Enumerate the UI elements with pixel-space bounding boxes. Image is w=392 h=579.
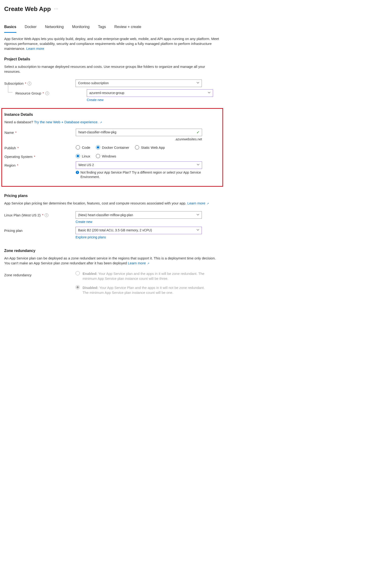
resource-group-value: azureml-resource-group <box>89 91 124 95</box>
subscription-select[interactable]: Contoso subscription <box>75 79 202 87</box>
radio-icon <box>96 145 100 149</box>
valid-check-icon: ✓ <box>196 130 199 135</box>
os-option-linux-label: Linux <box>82 154 90 159</box>
chevron-down-icon <box>196 228 199 233</box>
linux-plan-label-text: Linux Plan (West US 2) <box>4 213 41 217</box>
zone-learn-more-text: Learn more <box>128 261 146 265</box>
chevron-down-icon <box>197 163 199 167</box>
create-new-resource-group-link[interactable]: Create new <box>87 98 104 102</box>
chevron-down-icon <box>196 81 199 86</box>
tab-bar: Basics Docker Networking Monitoring Tags… <box>4 24 220 33</box>
linux-plan-label: Linux Plan (West US 2) * i <box>4 211 75 217</box>
instance-details-heading: Instance Details <box>4 112 220 117</box>
linux-plan-value: (New) heart-classifier-mlflow-pkg-plan <box>78 213 133 217</box>
tab-networking[interactable]: Networking <box>45 24 64 33</box>
subscription-row: Subscription * i Contoso subscription <box>4 79 220 87</box>
explore-pricing-link[interactable]: Explore pricing plans <box>75 235 106 239</box>
pricing-learn-more-text: Learn more <box>187 201 205 205</box>
region-label: Region * <box>4 161 76 168</box>
tab-docker[interactable]: Docker <box>25 24 37 33</box>
zone-enabled-radio <box>75 271 80 275</box>
web-database-link[interactable]: Try the new Web + Database experience. ↗ <box>34 120 102 124</box>
subscription-label-text: Subscription <box>4 81 24 86</box>
publish-option-static[interactable]: Static Web App <box>135 145 165 150</box>
required-marker: * <box>17 145 19 150</box>
resource-group-label: Resource Group * i <box>4 89 87 96</box>
linux-plan-select[interactable]: (New) heart-classifier-mlflow-pkg-plan <box>75 211 202 219</box>
info-icon[interactable]: i <box>45 91 49 95</box>
publish-label-text: Publish <box>4 145 16 150</box>
pricing-plan-row: Pricing plan Basic B2 (200 total ACU, 3.… <box>4 227 220 240</box>
radio-icon <box>135 145 139 149</box>
tab-basics[interactable]: Basics <box>4 24 16 33</box>
name-label: Name * <box>4 129 76 135</box>
external-link-icon: ↗ <box>147 262 149 265</box>
pricing-plan-select[interactable]: Basic B2 (200 total ACU, 3.5 GB memory, … <box>75 227 202 234</box>
zone-enabled-desc: Your App Service plan and the apps in it… <box>83 272 204 281</box>
zone-disabled-title: Disabled: <box>83 286 98 290</box>
zone-heading: Zone redundancy <box>4 248 220 253</box>
instance-db-prompt-text: Need a database? <box>4 120 34 124</box>
radio-icon <box>96 154 100 158</box>
project-details-heading: Project Details <box>4 57 220 62</box>
linux-plan-row: Linux Plan (West US 2) * i (New) heart-c… <box>4 211 220 224</box>
required-marker: * <box>15 130 17 135</box>
required-marker: * <box>17 163 18 168</box>
resource-group-label-text: Resource Group <box>15 91 41 96</box>
os-label: Operating System * <box>4 153 76 159</box>
tab-tags[interactable]: Tags <box>98 24 106 33</box>
required-marker: * <box>25 81 26 86</box>
pricing-plan-value: Basic B2 (200 total ACU, 3.5 GB memory, … <box>78 228 152 233</box>
region-hint-text: Not finding your App Service Plan? Try a… <box>80 170 202 179</box>
info-icon[interactable]: i <box>28 82 31 85</box>
chevron-down-icon <box>196 213 199 217</box>
publish-option-static-label: Static Web App <box>141 145 165 150</box>
region-row: Region * West US 2 i Not finding your Ap… <box>4 161 220 179</box>
name-suffix: .azurewebsites.net <box>76 137 202 142</box>
subscription-value: Contoso subscription <box>78 81 109 86</box>
zone-learn-more-link[interactable]: Learn more ↗ <box>128 261 149 265</box>
os-label-text: Operating System <box>4 154 33 159</box>
zone-redundancy-label-text: Zone redundancy <box>4 273 32 278</box>
region-label-text: Region <box>4 163 16 168</box>
pricing-plan-label-text: Pricing plan <box>4 228 22 233</box>
external-link-icon: ↗ <box>100 121 102 124</box>
os-option-windows-label: Windows <box>102 154 116 159</box>
publish-radio-group: Code Docker Container Static Web App <box>76 144 220 150</box>
radio-icon <box>75 271 80 275</box>
resource-group-row: Resource Group * i azureml-resource-grou… <box>4 89 220 102</box>
chevron-down-icon <box>208 91 210 95</box>
pricing-learn-more-link[interactable]: Learn more ↗ <box>187 201 209 205</box>
zone-desc-text: An App Service plan can be deployed as a… <box>4 256 216 265</box>
publish-option-code[interactable]: Code <box>76 145 90 150</box>
publish-label: Publish * <box>4 144 76 150</box>
publish-option-docker[interactable]: Docker Container <box>96 145 129 150</box>
os-option-linux[interactable]: Linux <box>76 154 90 159</box>
os-option-windows[interactable]: Windows <box>96 154 116 159</box>
tab-review-create[interactable]: Review + create <box>114 24 141 33</box>
intro-learn-more-link[interactable]: Learn more <box>26 47 44 51</box>
info-filled-icon: i <box>76 171 79 174</box>
zone-desc: An App Service plan can be deployed as a… <box>4 256 219 266</box>
zone-disabled-desc: Your App Service Plan and the apps in it… <box>83 286 205 294</box>
subscription-label: Subscription * i <box>4 79 75 86</box>
zone-option-disabled: Disabled: Your App Service Plan and the … <box>75 285 206 295</box>
region-select[interactable]: West US 2 <box>76 161 202 169</box>
external-link-icon: ↗ <box>207 202 209 205</box>
tree-connector-icon <box>8 84 12 92</box>
resource-group-select[interactable]: azureml-resource-group <box>87 89 213 97</box>
create-new-plan-link[interactable]: Create new <box>75 220 92 224</box>
os-row: Operating System * Linux Windows <box>4 153 220 159</box>
pricing-desc-text: App Service plan pricing tier determines… <box>4 201 187 205</box>
more-actions-icon[interactable]: ··· <box>54 6 59 11</box>
zone-disabled-radio <box>75 285 80 290</box>
info-icon[interactable]: i <box>45 213 48 217</box>
name-row: Name * heart-classifier-mlflow-pkg ✓ .az… <box>4 129 220 142</box>
required-marker: * <box>42 213 44 217</box>
required-marker: * <box>43 91 44 96</box>
zone-enabled-title: Enabled: <box>83 272 97 276</box>
instance-db-prompt: Need a database? Try the new Web + Datab… <box>4 120 220 125</box>
tab-monitoring[interactable]: Monitoring <box>72 24 90 33</box>
name-input[interactable]: heart-classifier-mlflow-pkg ✓ <box>76 129 202 136</box>
radio-icon <box>76 145 80 149</box>
